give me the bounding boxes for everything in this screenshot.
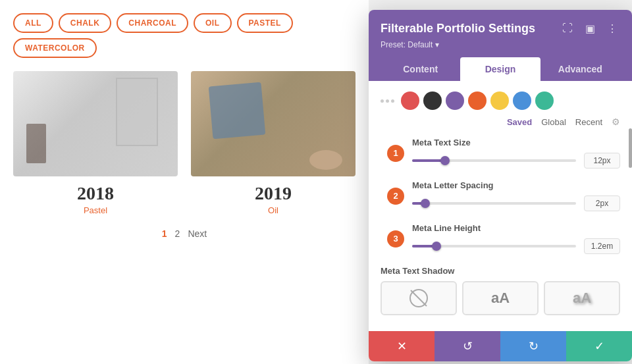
page-2-link[interactable]: 2	[175, 228, 180, 239]
portfolio-item-1: 2018 Pastel	[13, 71, 178, 215]
color-swatches	[381, 91, 620, 110]
meta-text-size-thumb[interactable]	[440, 156, 450, 165]
meta-text-size-label: Meta Text Size	[412, 138, 620, 147]
redo-icon: ↻	[529, 339, 539, 353]
filter-chalk[interactable]: CHALK	[59, 13, 112, 33]
swatch-purple[interactable]	[446, 91, 464, 110]
portfolio-item-2: 2019 Oil	[191, 71, 356, 215]
shadow-options: aA aA	[381, 281, 620, 315]
meta-text-shadow-section: Meta Text Shadow aA aA	[381, 266, 620, 315]
meta-letter-spacing-row: 2px	[412, 195, 620, 211]
meta-letter-spacing-section: 2 Meta Letter Spacing 2px	[412, 180, 620, 211]
filter-oil[interactable]: OIL	[194, 13, 232, 33]
swatch-blue[interactable]	[513, 91, 531, 110]
meta-letter-spacing-slider: Meta Letter Spacing 2px	[412, 180, 620, 211]
meta-line-height-slider: Meta Line Height 1.2em	[412, 223, 620, 254]
panel-tabs: Content Design Advanced	[381, 57, 620, 81]
step-number-3: 3	[387, 230, 404, 247]
meta-line-height-thumb[interactable]	[432, 242, 441, 251]
save-button[interactable]: ✓	[566, 331, 632, 361]
preset-settings-icon[interactable]: ⚙	[612, 117, 620, 127]
panel-toolbar: ✕ ↺ ↻ ✓	[369, 331, 632, 361]
meta-line-height-label: Meta Line Height	[412, 223, 620, 233]
save-icon: ✓	[594, 339, 604, 353]
swatch-red[interactable]	[401, 91, 419, 110]
meta-line-height-value[interactable]: 1.2em	[584, 238, 620, 254]
filter-watercolor[interactable]: WATERCOLOR	[13, 38, 97, 58]
redo-button[interactable]: ↻	[500, 331, 566, 361]
swatch-yellow[interactable]	[490, 91, 509, 110]
meta-line-height-section: 3 Meta Line Height 1.2em	[412, 223, 620, 254]
settings-panel: Filterable Portfolio Settings ⛶ ▣ ⋮ Pres…	[369, 10, 632, 361]
shadow-option-flat[interactable]: aA	[462, 281, 539, 315]
filter-buttons: ALL CHALK CHARCOAL OIL PASTEL WATERCOLOR	[13, 13, 356, 58]
shadow-shadow-text: aA	[573, 290, 591, 307]
meta-text-size-value[interactable]: 12px	[584, 153, 620, 169]
portfolio-year-1: 2018	[13, 183, 178, 204]
dot-3	[391, 99, 394, 103]
no-shadow-icon	[409, 289, 428, 307]
shadow-option-shadow[interactable]: aA	[544, 281, 620, 315]
more-swatches-dots[interactable]	[381, 99, 394, 103]
panel-header: Filterable Portfolio Settings ⛶ ▣ ⋮ Pres…	[369, 10, 632, 81]
cancel-icon: ✕	[397, 339, 407, 353]
portfolio-image-1	[13, 71, 178, 176]
swatch-black[interactable]	[423, 91, 442, 110]
fullscreen-icon[interactable]: ⛶	[560, 20, 575, 36]
step-number-1: 1	[387, 145, 404, 162]
portfolio-area: ALL CHALK CHARCOAL OIL PASTEL WATERCOLOR…	[0, 0, 369, 364]
columns-icon[interactable]: ▣	[582, 20, 598, 36]
portfolio-category-2: Oil	[191, 205, 356, 215]
panel-header-icons: ⛶ ▣ ⋮	[560, 20, 620, 36]
reset-icon: ↺	[463, 339, 473, 353]
portfolio-category-1: Pastel	[13, 205, 178, 215]
current-page[interactable]: 1	[162, 228, 167, 239]
preset-tab-global[interactable]: Global	[541, 117, 566, 127]
meta-letter-spacing-label: Meta Letter Spacing	[412, 180, 620, 190]
panel-preset-label[interactable]: Preset: Default	[381, 40, 620, 49]
portfolio-grid: 2018 Pastel 2019 Oil	[13, 71, 356, 215]
tab-design[interactable]: Design	[460, 57, 540, 81]
meta-letter-spacing-track[interactable]	[412, 202, 576, 205]
step-number-2: 2	[387, 188, 404, 205]
meta-text-size-row: 12px	[412, 153, 620, 169]
meta-letter-spacing-value[interactable]: 2px	[584, 195, 620, 211]
meta-line-height-row: 1.2em	[412, 238, 620, 254]
shadow-option-none[interactable]	[381, 281, 457, 315]
meta-text-size-slider: Meta Text Size 12px	[412, 138, 620, 169]
panel-body: Saved Global Recent ⚙ 1 Meta Text Size 1…	[369, 81, 632, 331]
cancel-button[interactable]: ✕	[369, 331, 434, 361]
next-link[interactable]: Next	[188, 228, 207, 239]
meta-line-height-track[interactable]	[412, 245, 576, 247]
swatch-orange[interactable]	[468, 91, 487, 110]
panel-title: Filterable Portfolio Settings	[381, 22, 535, 36]
filter-pastel[interactable]: PASTEL	[237, 13, 293, 33]
tab-advanced[interactable]: Advanced	[540, 57, 620, 81]
shadow-flat-text: aA	[491, 290, 510, 307]
preset-tab-saved[interactable]: Saved	[507, 117, 532, 127]
portfolio-year-2: 2019	[191, 183, 356, 204]
pagination: 1 2 Next	[13, 228, 356, 239]
filter-charcoal[interactable]: CHARCOAL	[117, 13, 188, 33]
reset-button[interactable]: ↺	[434, 331, 500, 361]
meta-letter-spacing-thumb[interactable]	[421, 199, 430, 208]
filter-all[interactable]: ALL	[13, 13, 53, 33]
dot-1	[381, 99, 384, 103]
meta-text-size-track[interactable]	[412, 159, 576, 162]
more-icon[interactable]: ⋮	[604, 20, 620, 36]
scrollbar[interactable]	[629, 128, 632, 168]
panel-title-row: Filterable Portfolio Settings ⛶ ▣ ⋮	[381, 20, 620, 36]
tab-content[interactable]: Content	[381, 57, 460, 81]
swatch-teal[interactable]	[535, 91, 554, 110]
preset-tab-recent[interactable]: Recent	[575, 117, 602, 127]
meta-text-shadow-label: Meta Text Shadow	[381, 266, 620, 276]
dot-2	[386, 99, 389, 103]
portfolio-image-2	[191, 71, 356, 176]
preset-tabs: Saved Global Recent ⚙	[381, 117, 620, 127]
meta-text-size-section: 1 Meta Text Size 12px	[412, 138, 620, 169]
